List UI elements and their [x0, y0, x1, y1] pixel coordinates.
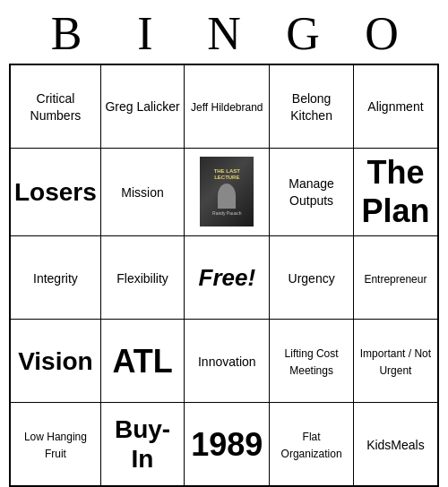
cell-text: Entrepreneur	[364, 273, 426, 286]
table-row: Low Hanging Fruit Buy-In 1989 Flat Organ…	[10, 403, 438, 486]
cell-1-4: The Plan	[353, 148, 438, 236]
cell-4-3: Flat Organization	[270, 403, 354, 486]
cell-2-2-free: Free!	[185, 236, 270, 320]
cell-0-0: Critical Numbers	[10, 64, 100, 148]
free-space: Free!	[199, 264, 256, 291]
cell-text: Flexibility	[116, 271, 168, 286]
cell-2-3: Urgency	[270, 236, 354, 320]
cell-3-2: Innovation	[185, 320, 270, 403]
cell-0-3: Belong Kitchen	[270, 64, 354, 148]
cell-4-1: Buy-In	[100, 403, 184, 486]
cell-text: Innovation	[198, 355, 256, 369]
cell-3-1: ATL	[100, 320, 184, 403]
letter-b: B	[27, 7, 106, 60]
cell-text: Critical Numbers	[30, 91, 82, 123]
cell-2-4: Entrepreneur	[353, 236, 438, 320]
letter-o: O	[342, 7, 421, 60]
book-subtitle: Randy Pausch	[212, 210, 242, 216]
bingo-title: B I N G O	[9, 7, 439, 60]
cell-text: KidsMeals	[366, 438, 425, 452]
book-cover-image: THE LASTLECTURE Randy Pausch	[200, 157, 254, 226]
cell-1-1: Mission	[100, 148, 184, 236]
book-figure-icon	[218, 184, 236, 209]
cell-0-1: Greg Lalicker	[100, 64, 184, 148]
table-row: Vision ATL Innovation Lifting Cost Meeti…	[10, 320, 438, 403]
cell-1-2-image: THE LASTLECTURE Randy Pausch	[185, 148, 270, 236]
letter-i: I	[106, 7, 185, 60]
cell-text: Urgency	[289, 271, 335, 286]
letter-n: N	[185, 7, 263, 60]
cell-2-0: Integrity	[10, 236, 100, 320]
cell-text: Flat Organization	[281, 431, 342, 460]
cell-text: Vision	[18, 347, 93, 375]
table-row: Integrity Flexibility Free! Urgency Entr…	[10, 236, 438, 320]
cell-3-3: Lifting Cost Meetings	[270, 320, 354, 403]
cell-0-2: Jeff Hildebrand	[185, 64, 270, 148]
cell-text: Lifting Cost Meetings	[285, 347, 339, 377]
bingo-grid: Critical Numbers Greg Lalicker Jeff Hild…	[9, 64, 439, 487]
cell-4-4: KidsMeals	[353, 403, 438, 486]
cell-text: Belong Kitchen	[290, 91, 332, 123]
letter-g: G	[263, 7, 342, 60]
book-title: THE LASTLECTURE	[214, 168, 240, 183]
cell-4-0: Low Hanging Fruit	[10, 403, 100, 486]
cell-text: Buy-In	[115, 415, 170, 474]
cell-3-4: Important / Not Urgent	[353, 320, 438, 403]
cell-text: Integrity	[33, 271, 78, 286]
cell-4-2: 1989	[185, 403, 270, 486]
cell-text: Alignment	[367, 99, 423, 114]
cell-text: Manage Outputs	[289, 176, 334, 208]
cell-text: 1989	[191, 426, 263, 463]
table-row: Critical Numbers Greg Lalicker Jeff Hild…	[10, 64, 438, 148]
cell-2-1: Flexibility	[100, 236, 184, 320]
cell-text: Losers	[14, 178, 97, 206]
cell-text: Greg Lalicker	[105, 99, 179, 114]
cell-1-0: Losers	[10, 148, 100, 236]
cell-text: Mission	[121, 185, 163, 200]
cell-0-4: Alignment	[353, 64, 438, 148]
cell-1-3: Manage Outputs	[270, 148, 354, 236]
cell-text: Low Hanging Fruit	[24, 431, 87, 460]
table-row: Losers Mission THE LASTLECTURE Randy Pau…	[10, 148, 438, 236]
cell-text: Important / Not Urgent	[360, 347, 431, 377]
cell-3-0: Vision	[10, 320, 100, 403]
cell-text: Jeff Hildebrand	[191, 101, 263, 114]
cell-text: The Plan	[361, 154, 429, 229]
cell-text: ATL	[112, 343, 172, 380]
